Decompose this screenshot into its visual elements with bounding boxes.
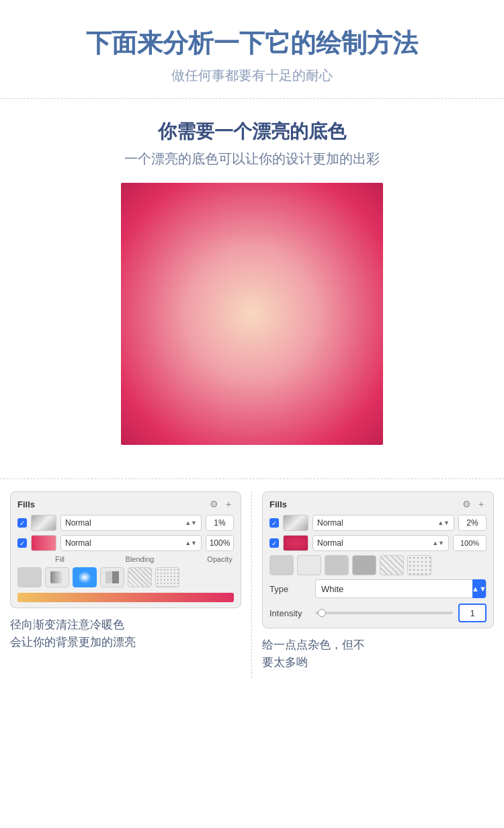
top-section: 下面来分析一下它的绘制方法 做任何事都要有十足的耐心 (0, 0, 504, 99)
type-dropdown[interactable]: White ▲▼ (315, 579, 487, 598)
fills-panel-right: Fills ⚙ + Normal ▲▼ 2% (262, 491, 494, 628)
svg-rect-2 (106, 571, 112, 583)
fill-label: Fill (55, 555, 74, 563)
fill-row-1-left: Normal ▲▼ 1% (17, 515, 234, 531)
type-icon-medium[interactable] (325, 555, 349, 575)
fill-checkbox-2-left[interactable] (17, 538, 27, 548)
type-btn-solid[interactable] (17, 567, 42, 587)
middle-section: 你需要一个漂亮的底色 一个漂亮的底色可以让你的设计更加的出彩 (0, 99, 504, 479)
svg-rect-1 (78, 571, 91, 583)
fill-row-2-left: Normal ▲▼ 100% (17, 535, 234, 551)
fill-preview-1-right[interactable] (283, 515, 308, 531)
fills-label-left: Fills (17, 499, 35, 509)
section-desc: 一个漂亮的底色可以让你的设计更加的出彩 (20, 150, 484, 168)
fill-dropdown-1-right[interactable]: Normal ▲▼ (312, 515, 454, 531)
fills-label-right: Fills (269, 499, 287, 509)
type-btn-pattern[interactable] (155, 567, 179, 587)
fill-row-2-right: Normal ▲▼ 100% (269, 535, 487, 551)
fill-blend-2-right: Normal (317, 538, 343, 548)
svg-rect-0 (50, 571, 64, 583)
fills-icons-left: ⚙ + (208, 499, 234, 509)
right-caption: 给一点点杂色，但不 要太多哟 (262, 636, 494, 671)
fill-checkbox-1-left[interactable] (17, 518, 27, 528)
section-heading: 你需要一个漂亮的底色 (20, 119, 484, 144)
fills-panel-left: Fills ⚙ + Normal ▲▼ 1% (10, 491, 241, 608)
type-icon-solid[interactable] (269, 555, 294, 575)
plus-icon-right[interactable]: + (476, 499, 487, 509)
blending-label: Blending (74, 555, 206, 563)
gear-icon-left[interactable]: ⚙ (208, 499, 219, 509)
fill-preview-2-left[interactable] (31, 535, 56, 551)
gear-icon-right[interactable]: ⚙ (461, 499, 472, 509)
bottom-panels: Fills ⚙ + Normal ▲▼ 1% (0, 479, 504, 677)
intensity-slider[interactable] (315, 612, 453, 614)
type-btn-hatch[interactable] (128, 567, 152, 587)
intensity-value[interactable]: 1 (458, 604, 487, 622)
fill-dropdown-arrow-2-right: ▲▼ (432, 540, 444, 546)
left-caption-text: 径向渐变清注意冷暖色 会让你的背景更加的漂亮 (10, 618, 136, 649)
fills-type-icons (269, 555, 487, 575)
fill-dropdown-2-left[interactable]: Normal ▲▼ (60, 535, 202, 551)
type-buttons-left (17, 567, 234, 587)
fill-checkbox-2-right[interactable] (269, 538, 279, 548)
fill-blend-1-right: Normal (317, 518, 343, 528)
right-panel: Fills ⚙ + Normal ▲▼ 2% (252, 491, 504, 677)
type-dropdown-arrow[interactable]: ▲▼ (472, 579, 486, 598)
right-caption-text: 给一点点杂色，但不 要太多哟 (262, 638, 365, 669)
fill-preview-1-left[interactable] (31, 515, 56, 531)
gradient-preview (121, 183, 383, 445)
type-icon-dark[interactable] (352, 555, 376, 575)
type-btn-linear[interactable] (45, 567, 69, 587)
fill-dropdown-arrow-1-right: ▲▼ (437, 520, 450, 526)
fill-dropdown-arrow-2-left: ▲▼ (185, 540, 197, 546)
fill-dropdown-1-left[interactable]: Normal ▲▼ (60, 515, 202, 531)
type-btn-angular[interactable] (100, 567, 124, 587)
fill-blend-2-left: Normal (65, 538, 91, 548)
type-row: Type White ▲▼ (269, 579, 487, 598)
fill-sub-labels: Fill Blending Opacity (17, 555, 234, 563)
intensity-label: Intensity (269, 608, 310, 618)
fill-checkbox-1-right[interactable] (269, 518, 279, 528)
opacity-label: Opacity (206, 555, 234, 563)
type-icon-dots[interactable] (407, 555, 431, 575)
fill-row-1-right: Normal ▲▼ 2% (269, 515, 487, 531)
fill-preview-2-right[interactable] (283, 535, 308, 551)
fill-blend-1-left: Normal (65, 518, 91, 528)
gradient-bar-left[interactable] (17, 593, 234, 602)
type-icon-hatch[interactable] (380, 555, 404, 575)
intensity-thumb[interactable] (318, 609, 326, 617)
intensity-row: Intensity 1 (269, 604, 487, 622)
type-value: White (321, 584, 343, 594)
left-panel: Fills ⚙ + Normal ▲▼ 1% (0, 491, 252, 677)
type-btn-radial[interactable] (73, 567, 97, 587)
type-label: Type (269, 584, 310, 594)
fills-icons-right: ⚙ + (461, 499, 487, 509)
plus-icon-left[interactable]: + (223, 499, 234, 509)
left-caption: 径向渐变清注意冷暖色 会让你的背景更加的漂亮 (10, 616, 241, 651)
fill-opacity-2-left[interactable]: 100% (206, 535, 234, 551)
fill-opacity-1-left[interactable]: 1% (206, 515, 234, 531)
fill-opacity-2-right[interactable]: 100% (453, 535, 487, 551)
sub-title: 做任何事都要有十足的耐心 (20, 67, 484, 85)
fill-dropdown-2-right[interactable]: Normal ▲▼ (312, 535, 449, 551)
fill-opacity-1-right[interactable]: 2% (458, 515, 487, 531)
main-title: 下面来分析一下它的绘制方法 (20, 27, 484, 60)
fill-dropdown-arrow-1-left: ▲▼ (185, 520, 197, 526)
svg-rect-3 (112, 571, 119, 583)
fills-header-right: Fills ⚙ + (269, 499, 487, 509)
fills-header-left: Fills ⚙ + (17, 499, 234, 509)
type-icon-light[interactable] (297, 555, 321, 575)
